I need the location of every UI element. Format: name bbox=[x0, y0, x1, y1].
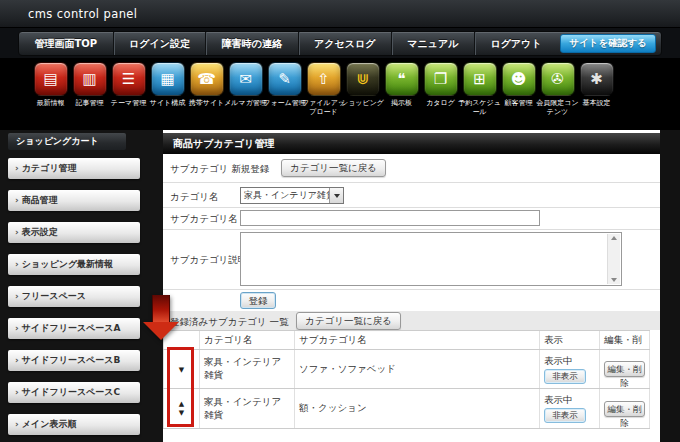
register-button[interactable]: 登録 bbox=[240, 292, 276, 309]
tool-customers[interactable]: ☻ 顧客管理 bbox=[499, 62, 538, 108]
sidebar-item-product-management[interactable]: 商品管理 bbox=[8, 190, 140, 211]
icon-toolbar: ▤ 最新情報 ▥ 記事管理 ☰ テーマ管理 ▦ サイト構成 ☎ 携帯サイト ✉ … bbox=[0, 58, 680, 130]
tool-basic-settings[interactable]: ✱ 基本設定 bbox=[577, 62, 616, 108]
new-subcategory-label: サブカテゴリ 新規登録 bbox=[170, 163, 269, 176]
site-monitor-icon: ▦ bbox=[151, 62, 185, 96]
table-row: ▲ ▼ 家具・インテリア雑貨 額・クッション 表示中 非表示 編集・削除 bbox=[163, 389, 650, 429]
nav-bar: 管理画面TOP ログイン設定 障害時の連絡 アクセスログ マニュアル ログアウト… bbox=[18, 31, 662, 56]
tool-reservation-schedule[interactable]: ⊞ 予約スケジュール bbox=[460, 62, 499, 118]
scroll-up-icon[interactable] bbox=[611, 236, 617, 240]
nav-item-logout[interactable]: ログアウト bbox=[474, 32, 557, 55]
table-row: ▼ 家具・インテリア雑貨 ソファ・ソファベッド 表示中 非表示 編集・削除 bbox=[163, 350, 650, 389]
bbs-chat-icon: ❝ bbox=[385, 62, 419, 96]
tool-form[interactable]: ✎ フォーム管理 bbox=[265, 62, 304, 108]
category-select-value: 家具・インテリア雑貨 bbox=[241, 188, 329, 203]
nav-item-access-log[interactable]: アクセスログ bbox=[298, 32, 391, 55]
tool-bbs[interactable]: ❝ 掲示板 bbox=[382, 62, 421, 108]
hide-button[interactable]: 非表示 bbox=[544, 369, 586, 384]
edit-column-header: 編集・削除 bbox=[600, 331, 650, 349]
tool-shopping[interactable]: ⋓ ショッピング bbox=[343, 62, 382, 108]
registered-list-label: 登録済みサブカテゴリ 一覧 bbox=[170, 316, 289, 329]
subcategory-name-label: サブカテゴリ名 bbox=[170, 213, 238, 226]
scroll-down-icon[interactable] bbox=[611, 278, 617, 282]
tool-theme[interactable]: ☰ テーマ管理 bbox=[109, 62, 148, 108]
category-cell: 家具・インテリア雑貨 bbox=[200, 389, 295, 428]
back-to-category-list-button-2[interactable]: カテゴリ一覧に戻る bbox=[296, 312, 401, 330]
visibility-cell: 表示中 非表示 bbox=[540, 389, 600, 428]
sidebar-item-display-settings[interactable]: 表示設定 bbox=[8, 222, 140, 243]
edit-cell: 編集・削除 bbox=[600, 389, 650, 428]
tool-news[interactable]: ▤ 最新情報 bbox=[31, 62, 70, 108]
subcategory-description-textarea[interactable] bbox=[240, 232, 622, 286]
sidebar-item-side-free-space-a[interactable]: サイドフリースペースA bbox=[8, 318, 140, 339]
mobile-phone-icon: ☎ bbox=[190, 62, 224, 96]
sidebar-item-main-display-order[interactable]: メイン表示順 bbox=[8, 414, 140, 435]
nav-item-login-settings[interactable]: ログイン設定 bbox=[113, 32, 206, 55]
tool-mobile-site[interactable]: ☎ 携帯サイト bbox=[187, 62, 226, 108]
registered-list-section: 登録済みサブカテゴリ 一覧 カテゴリ一覧に戻る bbox=[163, 311, 660, 330]
file-upload-icon: ⇧ bbox=[307, 62, 341, 96]
customers-folder-icon: ☻ bbox=[502, 62, 536, 96]
sidebar-item-side-free-space-b[interactable]: サイドフリースペースB bbox=[8, 350, 140, 371]
chevron-down-icon bbox=[334, 194, 340, 198]
visibility-cell: 表示中 非表示 bbox=[540, 350, 600, 388]
subcategory-table: カテゴリ名 サブカテゴリ名 表示 編集・削除 ▼ 家具・インテリア雑貨 ソファ・… bbox=[163, 330, 650, 429]
tool-members-content[interactable]: ✇ 会員限定コンテンツ bbox=[538, 62, 577, 118]
visibility-column-header: 表示 bbox=[540, 331, 600, 349]
subcategory-cell: 額・クッション bbox=[295, 389, 540, 428]
nav-bar-background: 管理画面TOP ログイン設定 障害時の連絡 アクセスログ マニュアル ログアウト… bbox=[0, 28, 680, 58]
sidebar-item-category-management[interactable]: カテゴリ管理 bbox=[8, 158, 140, 179]
tool-mail-magazine[interactable]: ✉ メルマガ管理 bbox=[226, 62, 265, 108]
tool-file-upload[interactable]: ⇧ ファイルアップロード bbox=[304, 62, 343, 118]
nav-item-admin-top[interactable]: 管理画面TOP bbox=[19, 32, 113, 55]
category-cell: 家具・インテリア雑貨 bbox=[200, 350, 295, 388]
mail-magazine-icon: ✉ bbox=[229, 62, 263, 96]
settings-gear-icon: ✱ bbox=[580, 62, 614, 96]
news-icon: ▤ bbox=[34, 62, 68, 96]
shopping-cart-icon: ⋓ bbox=[346, 62, 380, 96]
tool-articles[interactable]: ▥ 記事管理 bbox=[70, 62, 109, 108]
sidebar-item-free-space[interactable]: フリースペース bbox=[8, 286, 140, 307]
textarea-scrollbar[interactable] bbox=[607, 234, 620, 284]
edit-delete-button[interactable]: 編集・削除 bbox=[604, 361, 645, 377]
title-bar: cms control panel bbox=[0, 0, 680, 28]
category-name-label: カテゴリ名 bbox=[170, 191, 218, 204]
status-text: 表示中 bbox=[544, 394, 573, 407]
nav-item-trouble-contact[interactable]: 障害時の連絡 bbox=[205, 32, 297, 55]
sidebar: ショッピングカート カテゴリ管理 商品管理 表示設定 ショッピング最新情報 フリ… bbox=[0, 130, 163, 442]
edit-delete-button[interactable]: 編集・削除 bbox=[604, 401, 645, 417]
status-text: 表示中 bbox=[544, 355, 573, 368]
form-pencil-icon: ✎ bbox=[268, 62, 302, 96]
select-dropdown-button[interactable] bbox=[329, 188, 343, 203]
page-title: 商品サブカテゴリ管理 bbox=[163, 133, 660, 154]
members-lock-icon: ✇ bbox=[541, 62, 575, 96]
nav-item-manual[interactable]: マニュアル bbox=[391, 32, 474, 55]
annotation-arrow-icon bbox=[143, 295, 179, 340]
table-header-row: カテゴリ名 サブカテゴリ名 表示 編集・削除 bbox=[163, 331, 650, 350]
tool-catalog[interactable]: ❐ カタログ bbox=[421, 62, 460, 108]
annotation-highlight-rectangle bbox=[167, 347, 194, 427]
check-site-button[interactable]: サイトを確認する bbox=[560, 34, 656, 53]
main-content: 商品サブカテゴリ管理 サブカテゴリ 新規登録 カテゴリ一覧に戻る カテゴリ名 家… bbox=[163, 130, 660, 442]
articles-icon: ▥ bbox=[73, 62, 107, 96]
edit-cell: 編集・削除 bbox=[600, 350, 650, 388]
subcategory-cell: ソファ・ソファベッド bbox=[295, 350, 540, 388]
tool-label: 基本設定 bbox=[574, 99, 620, 108]
sidebar-title: ショッピングカート bbox=[8, 133, 126, 150]
theme-list-icon: ☰ bbox=[112, 62, 146, 96]
hide-button[interactable]: 非表示 bbox=[544, 408, 586, 423]
sidebar-item-side-free-space-c[interactable]: サイドフリースペースC bbox=[8, 382, 140, 403]
tool-site-structure[interactable]: ▦ サイト構成 bbox=[148, 62, 187, 108]
sidebar-item-shopping-news[interactable]: ショッピング最新情報 bbox=[8, 254, 140, 275]
back-to-category-list-button[interactable]: カテゴリ一覧に戻る bbox=[281, 159, 386, 177]
category-select[interactable]: 家具・インテリア雑貨 bbox=[240, 187, 344, 204]
app-logo: cms control panel bbox=[28, 7, 137, 21]
subcategory-description-label: サブカテゴリ説明 bbox=[170, 254, 247, 267]
workspace: ショッピングカート カテゴリ管理 商品管理 表示設定 ショッピング最新情報 フリ… bbox=[0, 130, 680, 442]
subcategory-column-header: サブカテゴリ名 bbox=[295, 331, 540, 349]
category-column-header: カテゴリ名 bbox=[200, 331, 295, 349]
schedule-calendar-icon: ⊞ bbox=[463, 62, 497, 96]
subcategory-name-input[interactable] bbox=[240, 210, 540, 226]
catalog-icon: ❐ bbox=[424, 62, 458, 96]
